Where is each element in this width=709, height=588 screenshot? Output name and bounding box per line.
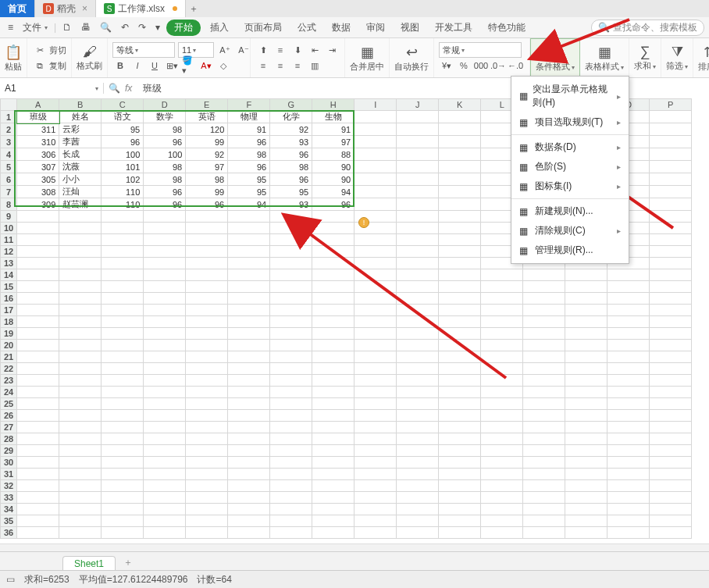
formula-cancel-icon[interactable]: 🔍 (109, 83, 120, 94)
data-cell[interactable] (397, 492, 439, 504)
data-cell[interactable] (144, 234, 186, 246)
name-box[interactable]: A1 ▾ (0, 83, 104, 94)
data-cell[interactable]: 91 (312, 123, 354, 136)
data-cell[interactable] (607, 328, 650, 340)
data-cell[interactable] (354, 527, 397, 539)
data-cell[interactable] (650, 480, 692, 492)
data-cell[interactable] (397, 480, 439, 492)
data-cell[interactable] (312, 480, 354, 492)
data-cell[interactable] (144, 515, 186, 527)
data-cell[interactable] (17, 457, 59, 469)
data-cell[interactable]: 99 (186, 186, 228, 198)
data-cell[interactable]: 96 (270, 173, 312, 186)
data-cell[interactable] (397, 398, 439, 410)
data-cell[interactable] (439, 305, 481, 316)
row-header[interactable]: 24 (1, 387, 17, 398)
data-cell[interactable] (144, 351, 186, 363)
data-cell[interactable] (59, 422, 102, 433)
data-cell[interactable] (59, 258, 102, 269)
data-cell[interactable] (17, 433, 59, 445)
data-cell[interactable] (270, 328, 312, 340)
data-cell[interactable] (59, 398, 102, 410)
data-cell[interactable] (186, 340, 228, 351)
data-cell[interactable]: 94 (312, 186, 354, 198)
data-cell[interactable] (650, 433, 692, 445)
select-all-cell[interactable] (1, 99, 17, 111)
data-cell[interactable] (144, 527, 186, 539)
data-cell[interactable] (17, 211, 59, 223)
data-cell[interactable] (228, 422, 270, 433)
data-cell[interactable] (59, 234, 102, 246)
fill-color-button[interactable]: 🪣▾ (181, 58, 197, 73)
data-cell[interactable] (228, 246, 270, 258)
row-header[interactable]: 17 (1, 305, 17, 316)
command-search[interactable]: 🔍 查找命令、搜索模板 (591, 20, 704, 36)
menu-tab-start[interactable]: 开始 (166, 20, 201, 36)
data-cell[interactable] (481, 504, 523, 515)
data-cell[interactable] (565, 527, 607, 539)
data-cell[interactable] (481, 340, 523, 351)
data-cell[interactable] (481, 375, 523, 387)
increase-font-icon[interactable]: A⁺ (217, 42, 233, 58)
data-cell[interactable] (354, 398, 397, 410)
currency-button[interactable]: ¥▾ (439, 58, 454, 73)
data-cell[interactable] (397, 422, 439, 433)
data-cell[interactable] (270, 223, 312, 234)
data-cell[interactable] (59, 246, 102, 258)
row-header[interactable]: 22 (1, 363, 17, 375)
data-cell[interactable] (607, 515, 650, 527)
data-cell[interactable] (354, 375, 397, 387)
row-header[interactable]: 34 (1, 504, 17, 515)
data-cell[interactable] (439, 198, 481, 211)
data-cell[interactable] (144, 269, 186, 281)
data-cell[interactable] (481, 445, 523, 457)
ribbon-merge[interactable]: ▦ 合并居中 (345, 38, 390, 77)
menu-tab-insert[interactable]: 插入 (207, 20, 232, 36)
data-cell[interactable] (397, 328, 439, 340)
data-cell[interactable] (17, 492, 59, 504)
data-cell[interactable] (523, 422, 565, 433)
col-header[interactable]: F (228, 99, 270, 111)
data-cell[interactable] (397, 223, 439, 234)
data-cell[interactable] (270, 527, 312, 539)
row-header[interactable]: 10 (1, 223, 17, 234)
data-cell[interactable] (439, 480, 481, 492)
row-header[interactable]: 6 (1, 173, 17, 186)
data-cell[interactable]: 96 (144, 186, 186, 198)
cond-menu-clear[interactable]: ▦清除规则(C)▸ (511, 221, 629, 241)
data-cell[interactable] (481, 457, 523, 469)
data-cell[interactable] (397, 457, 439, 469)
data-cell[interactable] (650, 305, 692, 316)
data-cell[interactable] (102, 351, 144, 363)
col-header[interactable]: K (439, 99, 481, 111)
font-family-select[interactable]: 等线▾ (112, 42, 175, 58)
insert-function-icon[interactable]: fx (125, 83, 132, 94)
data-cell[interactable] (312, 351, 354, 363)
data-cell[interactable] (397, 340, 439, 351)
data-cell[interactable] (270, 504, 312, 515)
data-cell[interactable] (650, 234, 692, 246)
row-header[interactable]: 5 (1, 161, 17, 173)
data-cell[interactable] (102, 492, 144, 504)
data-cell[interactable]: 308 (17, 186, 59, 198)
data-cell[interactable] (59, 293, 102, 305)
data-cell[interactable] (354, 422, 397, 433)
data-cell[interactable] (397, 293, 439, 305)
data-cell[interactable] (270, 211, 312, 223)
data-cell[interactable] (102, 305, 144, 316)
data-cell[interactable] (397, 161, 439, 173)
row-header[interactable]: 21 (1, 351, 17, 363)
data-cell[interactable]: 309 (17, 198, 59, 211)
data-cell[interactable] (481, 305, 523, 316)
data-cell[interactable] (59, 387, 102, 398)
data-cell[interactable] (102, 504, 144, 515)
data-cell[interactable]: 306 (17, 148, 59, 161)
data-cell[interactable] (270, 480, 312, 492)
data-cell[interactable] (59, 515, 102, 527)
data-cell[interactable]: 100 (144, 148, 186, 161)
data-cell[interactable]: 沈薇 (59, 161, 102, 173)
data-cell[interactable] (439, 281, 481, 293)
col-header[interactable]: B (59, 99, 102, 111)
data-cell[interactable] (439, 363, 481, 375)
data-cell[interactable] (312, 433, 354, 445)
